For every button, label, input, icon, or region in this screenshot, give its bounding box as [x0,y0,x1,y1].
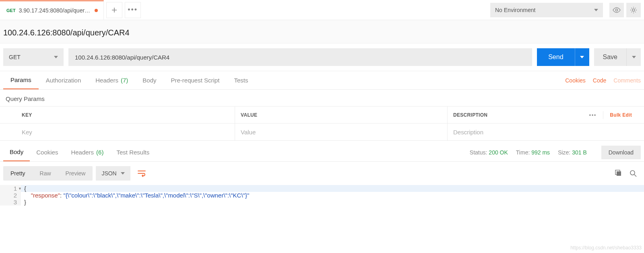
svg-rect-2 [617,171,621,176]
tab-title: 3.90.17.245:8080/api/query/CA... [19,7,91,14]
tab-authorization[interactable]: Authorization [39,71,89,89]
divider [603,111,603,119]
top-bar: GET 3.90.17.245:8080/api/query/CA... •••… [0,0,644,20]
environment-select[interactable]: No Environment [490,3,603,17]
more-icon: ••• [128,6,138,14]
chevron-down-icon [54,56,58,58]
response-meta: Status: 200 OK Time: 992 ms Size: 301 B … [470,146,641,159]
dirty-indicator-icon [95,9,98,12]
params-new-row [0,123,644,140]
status-value: 200 OK [489,149,508,156]
params-table: KEY VALUE DESCRIPTION ••• Bulk Edit [0,106,644,141]
code-line: 2 "response": "{\"colour\":\"black\",\"m… [0,192,644,199]
bulk-edit-link[interactable]: Bulk Edit [610,112,632,118]
resp-tab-body[interactable]: Body [3,143,30,161]
url-bar: GET Send Save [0,43,644,71]
search-icon[interactable] [630,170,637,177]
column-options-button[interactable]: ••• [589,112,597,118]
col-description: DESCRIPTION ••• Bulk Edit [448,107,644,123]
format-select[interactable]: JSON [96,166,130,181]
params-header-row: KEY VALUE DESCRIPTION ••• Bulk Edit [0,107,644,123]
chevron-down-icon [632,56,636,58]
environment-quick-look-button[interactable] [609,3,624,17]
format-value: JSON [101,170,116,177]
svg-point-1 [632,9,635,11]
resp-tab-test-results[interactable]: Test Results [110,143,156,161]
response-body-toolbar: Pretty Raw Preview JSON [0,162,644,185]
line-number: 2 [0,192,21,199]
view-mode-group: Pretty Raw Preview [3,166,93,181]
col-value: VALUE [235,107,448,123]
wrap-icon [137,170,146,177]
chevron-down-icon [580,56,584,58]
tab-headers[interactable]: Headers(7) [88,71,135,89]
method-select[interactable]: GET [3,48,64,66]
link-cookies[interactable]: Cookies [565,77,586,84]
tab-body[interactable]: Body [135,71,163,89]
tab-method: GET [6,8,16,13]
save-options-button[interactable] [626,48,641,66]
status-label: Status: [470,149,487,156]
link-code[interactable]: Code [593,77,606,84]
view-pretty[interactable]: Pretty [3,166,33,181]
response-tabs: Body Cookies Headers(6) Test Results Sta… [0,143,644,162]
resp-tab-headers[interactable]: Headers(6) [64,143,110,161]
send-options-button[interactable] [575,48,589,66]
tab-tests[interactable]: Tests [227,71,255,89]
line-number: 1▼ [0,185,21,192]
size-value: 301 B [572,149,587,156]
param-value-input[interactable] [241,129,442,136]
line-number: 3 [0,199,21,206]
chevron-down-icon [594,9,598,11]
view-raw[interactable]: Raw [33,166,58,181]
code-line: 1▼ { [0,185,644,192]
param-description-input[interactable] [453,129,638,136]
code-line: 3 } [0,199,644,206]
environment-label: No Environment [495,7,535,13]
time-value: 992 ms [531,149,550,156]
send-label: Send [537,53,574,61]
settings-button[interactable] [626,3,641,17]
time-label: Time: [516,149,530,156]
request-name: 100.24.6.126:8080/api/query/CAR4 [0,20,644,43]
chevron-down-icon [121,172,125,175]
view-preview[interactable]: Preview [58,166,93,181]
col-key: KEY [16,107,235,123]
new-tab-button[interactable] [106,2,122,18]
method-value: GET [9,54,21,60]
url-input[interactable] [68,48,532,66]
tab-params[interactable]: Params [3,71,39,89]
save-label: Save [594,53,626,61]
svg-point-4 [630,171,635,175]
tab-prerequest[interactable]: Pre-request Script [164,71,227,89]
size-label: Size: [558,149,570,156]
fold-icon[interactable]: ▼ [18,187,22,191]
tab-options-button[interactable]: ••• [125,2,141,18]
svg-point-0 [615,9,617,11]
link-comments[interactable]: Comments [613,77,641,84]
request-tabs: Params Authorization Headers(7) Body Pre… [0,71,644,90]
gear-icon [630,6,637,14]
wrap-lines-button[interactable] [134,166,150,181]
resp-tab-cookies[interactable]: Cookies [30,143,64,161]
save-button[interactable]: Save [594,48,641,66]
copy-icon[interactable] [615,170,622,177]
download-button[interactable]: Download [601,146,641,159]
plus-icon [111,7,117,13]
query-params-heading: Query Params [0,90,644,106]
eye-icon [613,7,621,13]
response-body: 1▼ { 2 "response": "{\"colour\":\"black\… [0,185,644,206]
send-button[interactable]: Send [537,48,589,66]
request-tab[interactable]: GET 3.90.17.245:8080/api/query/CA... [0,0,104,20]
param-key-input[interactable] [22,129,229,136]
